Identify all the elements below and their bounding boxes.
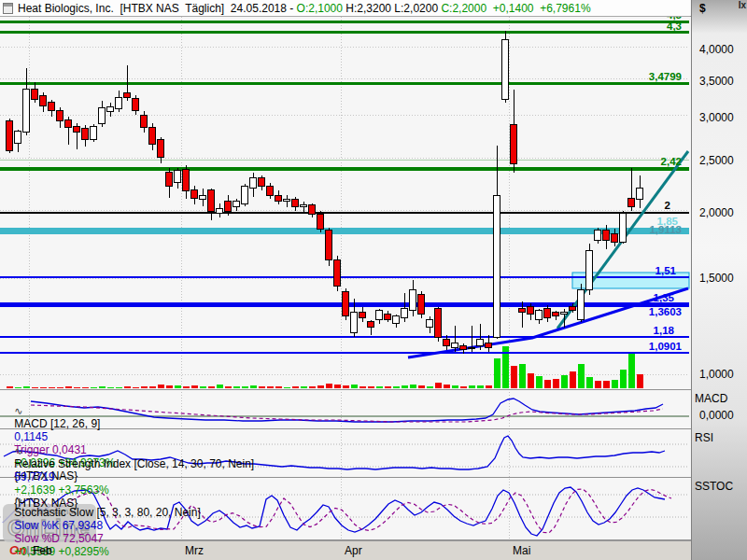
- chart-window-icon: [3, 3, 13, 14]
- title-open: O:2,1000: [297, 2, 343, 15]
- price-axis-label: 2,0000: [699, 206, 734, 219]
- level-label: 4,3: [667, 21, 682, 32]
- price-axis-label: 2,5000: [699, 154, 734, 167]
- month-label: Apr: [345, 544, 362, 557]
- level-label: 2: [665, 200, 670, 211]
- level-label: 1,3603: [649, 306, 682, 317]
- price-axis-label: 3,0000: [699, 111, 734, 124]
- sstoc-name: Stochastic Slow [5, 3, 3, 80, 20, Nein]: [14, 506, 204, 519]
- price-axis-label: 4,0000: [699, 43, 734, 56]
- month-label: Mrz: [185, 544, 204, 557]
- macd-axis-title: MACD: [695, 392, 727, 405]
- title-high: H:2,3200: [345, 2, 391, 15]
- sstoc-axis-title: SSTOC: [695, 480, 733, 493]
- price-axis-label: 1,5000: [699, 272, 734, 285]
- level-label: 2,42: [661, 156, 682, 167]
- level-label: 1,9113: [649, 224, 682, 235]
- indicator-curve-icon: ∿: [14, 494, 22, 505]
- rsi-name: Relative Strength Index [Close, 14, 30, …: [14, 457, 257, 470]
- currency-symbol: $: [699, 2, 706, 15]
- macd-name: MACD [12, 26, 9]: [14, 417, 103, 430]
- level-label: 1,35: [654, 292, 674, 303]
- level-label: 1,18: [654, 325, 674, 336]
- level-label: 3,4799: [649, 71, 682, 82]
- level-label: 1,0901: [649, 341, 682, 352]
- sstoc-d-value: Slow %D 72,5047: [14, 532, 106, 545]
- title-change: +0,1400 +6,7961%: [493, 2, 591, 15]
- level-label: 1,51: [655, 265, 676, 276]
- sstoc-k-value: Slow %K 67,9348: [14, 519, 106, 532]
- rsi-axis-title: RSI: [695, 431, 713, 444]
- corner-glyph[interactable]: Ix: [739, 0, 746, 10]
- price-axis-label: 1,0000: [699, 368, 734, 381]
- indicator-curve-icon: ∿: [14, 445, 22, 456]
- title-low: L:2,0200: [394, 2, 438, 15]
- sstoc-change: +0,5589 +0,8295%: [14, 545, 112, 558]
- indicator-curve-icon: ∿: [14, 405, 22, 416]
- title-symbol-text: Heat Biologics, Inc. [HTBX NAS Täglich] …: [18, 2, 297, 15]
- trading-chart-window: Heat Biologics, Inc. [HTBX NAS Täglich] …: [0, 0, 747, 560]
- title-close: C:2,2000: [441, 2, 486, 15]
- chart-title-bar: Heat Biologics, Inc. [HTBX NAS Täglich] …: [0, 0, 690, 17]
- price-axis-label: 3,5000: [699, 75, 734, 88]
- month-label: Mai: [513, 544, 530, 557]
- macd-zero-label: 0,0000: [699, 409, 734, 422]
- month-label: Feb: [33, 544, 52, 557]
